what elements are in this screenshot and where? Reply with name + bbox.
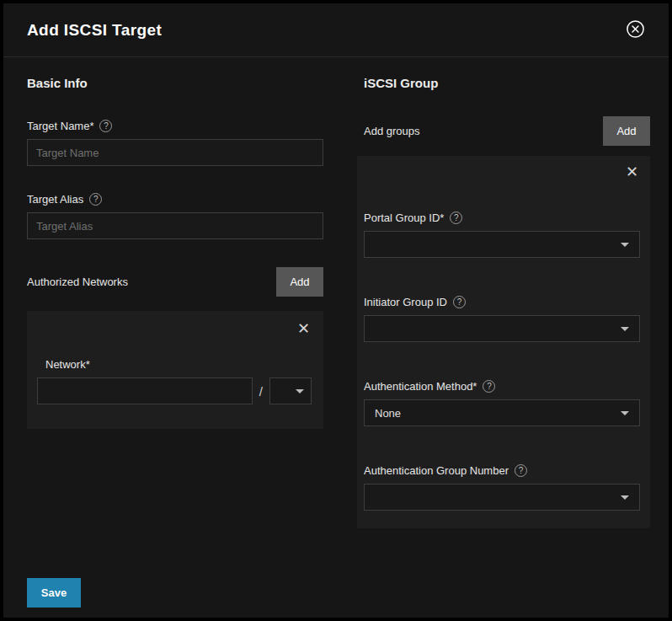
initiator-group-id-select[interactable] bbox=[364, 315, 640, 342]
add-iscsi-target-dialog: Add ISCSI Target Basic Info Target Name*… bbox=[3, 3, 669, 618]
authentication-method-field-group: Authentication Method* ? None bbox=[364, 380, 640, 426]
iscsi-group-heading: iSCSI Group bbox=[364, 76, 650, 90]
authorized-networks-row: Authorized Networks Add bbox=[27, 267, 323, 297]
add-groups-row: Add groups Add bbox=[364, 116, 650, 146]
dialog-content: Basic Info Target Name* ? Target Alias ?… bbox=[3, 57, 669, 578]
basic-info-heading: Basic Info bbox=[27, 76, 323, 90]
dialog-header: Add ISCSI Target bbox=[3, 3, 669, 57]
chevron-down-icon bbox=[296, 389, 304, 393]
authentication-method-label: Authentication Method* bbox=[364, 380, 477, 393]
iscsi-group-card: ✕ Portal Group ID* ? Initiator Group ID bbox=[357, 156, 650, 528]
netmask-select[interactable] bbox=[269, 377, 312, 404]
target-name-input[interactable] bbox=[27, 139, 323, 166]
network-label: Network* bbox=[45, 358, 90, 371]
target-name-label: Target Name* bbox=[27, 120, 93, 132]
add-groups-label: Add groups bbox=[364, 125, 420, 137]
cidr-separator: / bbox=[259, 384, 263, 399]
help-icon[interactable]: ? bbox=[453, 296, 466, 308]
add-network-button[interactable]: Add bbox=[276, 267, 323, 297]
target-alias-input[interactable] bbox=[27, 212, 323, 239]
save-button[interactable]: Save bbox=[27, 578, 81, 608]
dialog-title: Add ISCSI Target bbox=[27, 21, 162, 40]
remove-network-button[interactable]: ✕ bbox=[296, 319, 312, 338]
help-icon[interactable]: ? bbox=[450, 211, 462, 224]
initiator-group-id-label: Initiator Group ID bbox=[364, 296, 447, 308]
dialog-footer: Save bbox=[3, 578, 669, 618]
authentication-method-select[interactable]: None bbox=[364, 399, 640, 426]
chevron-down-icon bbox=[621, 411, 629, 415]
authentication-group-number-field-group: Authentication Group Number ? bbox=[364, 464, 640, 511]
target-alias-label: Target Alias bbox=[27, 193, 83, 206]
network-input-row: / bbox=[37, 377, 312, 404]
help-icon[interactable]: ? bbox=[515, 464, 527, 477]
chevron-down-icon bbox=[621, 243, 629, 247]
add-group-button[interactable]: Add bbox=[603, 116, 650, 146]
help-icon[interactable]: ? bbox=[483, 380, 495, 393]
authentication-group-number-select[interactable] bbox=[364, 484, 640, 511]
initiator-group-id-field-group: Initiator Group ID ? bbox=[364, 296, 640, 342]
iscsi-group-section: iSCSI Group Add groups Add ✕ Portal Grou… bbox=[364, 76, 650, 578]
chevron-down-icon bbox=[621, 327, 629, 331]
close-circle-icon bbox=[626, 19, 645, 41]
portal-group-id-label: Portal Group ID* bbox=[364, 211, 444, 224]
remove-group-button[interactable]: ✕ bbox=[624, 163, 640, 181]
authorized-network-card: ✕ Network* / bbox=[27, 311, 323, 429]
portal-group-id-field-group: Portal Group ID* ? bbox=[364, 211, 640, 258]
basic-info-section: Basic Info Target Name* ? Target Alias ?… bbox=[27, 76, 323, 578]
authorized-networks-label: Authorized Networks bbox=[27, 276, 128, 288]
dialog-close-button[interactable] bbox=[626, 19, 645, 41]
portal-group-id-select[interactable] bbox=[364, 231, 640, 258]
help-icon[interactable]: ? bbox=[89, 193, 102, 206]
network-input[interactable] bbox=[37, 377, 253, 404]
target-name-field-group: Target Name* ? bbox=[27, 120, 323, 166]
target-alias-field-group: Target Alias ? bbox=[27, 193, 323, 239]
help-icon[interactable]: ? bbox=[99, 120, 112, 132]
authentication-group-number-label: Authentication Group Number bbox=[364, 464, 509, 477]
chevron-down-icon bbox=[621, 495, 629, 500]
